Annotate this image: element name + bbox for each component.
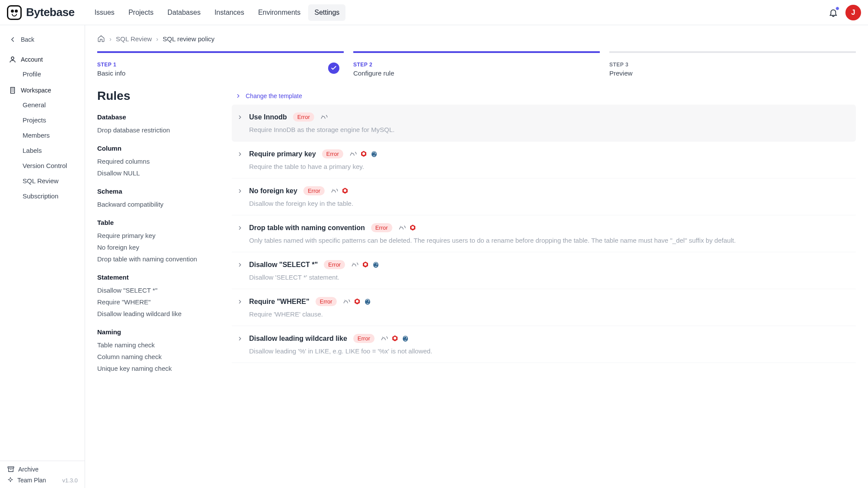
logo[interactable]: Bytebase: [7, 5, 75, 20]
avatar[interactable]: J: [845, 5, 861, 20]
sidebar-plan[interactable]: Team Plan: [7, 477, 46, 484]
crumb-sql-review[interactable]: SQL Review: [116, 35, 152, 43]
expand-rule[interactable]: [237, 151, 243, 157]
rule-level-badge: Error: [324, 260, 345, 269]
expand-rule[interactable]: [237, 299, 243, 305]
rule-item[interactable]: Require primary key Error Require the ta…: [232, 142, 856, 178]
rule-name: Require "WHERE": [249, 298, 309, 306]
rule-level-badge: Error: [322, 149, 343, 158]
rule-item[interactable]: Disallow leading wildcard like Error Dis…: [232, 326, 856, 363]
sidebar-item-labels[interactable]: Labels: [9, 143, 79, 158]
rule-item[interactable]: Disallow "SELECT *" Error Disallow 'SELE…: [232, 252, 856, 289]
step-todo[interactable]: STEP 3 Preview: [609, 51, 856, 77]
mysql-icon: [320, 113, 328, 121]
mysql-icon: [331, 187, 339, 195]
group-item[interactable]: Required columns: [97, 155, 214, 167]
group-item[interactable]: Drop table with naming convention: [97, 253, 214, 265]
rules-panel: Change the template Use Innodb Error Req…: [232, 89, 856, 374]
rule-item[interactable]: Use Innodb Error Require InnoDB as the s…: [232, 105, 856, 142]
crumb-current: SQL review policy: [163, 35, 215, 43]
sidebar-item-profile[interactable]: Profile: [9, 67, 79, 81]
rule-desc: Require 'WHERE' clause.: [249, 310, 847, 318]
sidebar-footer: Archive Team Plan v1.3.0: [0, 461, 85, 488]
rule-item[interactable]: Drop table with naming convention Error …: [232, 215, 856, 252]
rule-db-icons: [331, 187, 349, 195]
group-item[interactable]: No foreign key: [97, 241, 214, 253]
step-check-icon: [328, 63, 339, 74]
tidb-icon: [391, 335, 399, 343]
archive-icon: [7, 465, 15, 473]
sidebar-item-projects[interactable]: Projects: [9, 113, 79, 127]
sidebar-item-members[interactable]: Members: [9, 128, 79, 142]
sidebar-item-subscription[interactable]: Subscription: [9, 189, 79, 203]
rule-db-icons: [351, 261, 380, 269]
stepper: STEP 1 Basic info STEP 2 Configure rule …: [97, 51, 856, 77]
sidebar-section-workspace: Workspace: [9, 82, 79, 97]
topbar: Bytebase IssuesProjectsDatabasesInstance…: [0, 0, 868, 25]
rules-nav: Rules DatabaseDrop database restrictionC…: [97, 89, 214, 374]
group-item[interactable]: Backward compatibility: [97, 198, 214, 210]
mysql-icon: [349, 150, 357, 158]
expand-rule[interactable]: [237, 225, 243, 231]
rule-name: No foreign key: [249, 187, 297, 195]
rules-heading: Rules: [97, 89, 214, 103]
group-database: Database: [97, 113, 214, 121]
group-item[interactable]: Require primary key: [97, 230, 214, 241]
rule-desc: Disallow leading '%' in LIKE, e.g. LIKE …: [249, 347, 847, 355]
nav-environments[interactable]: Environments: [252, 4, 307, 21]
group-item[interactable]: Disallow NULL: [97, 167, 214, 179]
sidebar-item-version-control[interactable]: Version Control: [9, 158, 79, 173]
nav-databases[interactable]: Databases: [161, 4, 207, 21]
back-button[interactable]: Back: [9, 33, 79, 50]
nav-instances[interactable]: Instances: [208, 4, 250, 21]
group-table: Table: [97, 219, 214, 226]
expand-rule[interactable]: [237, 262, 243, 268]
group-item[interactable]: Table naming check: [97, 339, 214, 351]
sidebar-plan-row: Team Plan v1.3.0: [7, 477, 78, 484]
notification-bell[interactable]: [828, 7, 838, 18]
nav-projects[interactable]: Projects: [122, 4, 160, 21]
rule-level-badge: Error: [303, 186, 325, 195]
rule-desc: Require the table to have a primary key.: [249, 163, 847, 170]
group-item[interactable]: Column naming check: [97, 351, 214, 363]
rule-db-icons: [343, 298, 372, 306]
tidb-icon: [362, 261, 369, 269]
mysql-icon: [351, 261, 359, 269]
sidebar-item-general[interactable]: General: [9, 98, 79, 112]
tidb-icon: [409, 224, 417, 232]
rule-desc: Only tables named with specific patterns…: [249, 237, 847, 244]
rule-item[interactable]: No foreign key Error Disallow the foreig…: [232, 178, 856, 215]
rule-level-badge: Error: [353, 334, 375, 343]
sidebar-item-sql-review[interactable]: SQL Review: [9, 174, 79, 188]
sidebar-archive[interactable]: Archive: [7, 465, 78, 473]
step-current[interactable]: STEP 2 Configure rule: [353, 51, 600, 77]
main-nav: IssuesProjectsDatabasesInstancesEnvironm…: [89, 4, 346, 21]
nav-issues[interactable]: Issues: [89, 4, 121, 21]
rule-item[interactable]: Require "WHERE" Error Require 'WHERE' cl…: [232, 289, 856, 326]
nav-settings[interactable]: Settings: [308, 4, 345, 21]
tidb-icon: [341, 187, 349, 195]
tidb-icon: [353, 298, 361, 306]
rule-level-badge: Error: [316, 297, 337, 306]
group-item[interactable]: Drop database restriction: [97, 124, 214, 136]
sparkle-icon: [7, 477, 14, 484]
expand-rule[interactable]: [237, 114, 243, 120]
expand-rule[interactable]: [237, 188, 243, 194]
user-icon: [9, 56, 16, 63]
postgres-icon: [364, 298, 372, 306]
group-item[interactable]: Disallow leading wildcard like: [97, 308, 214, 320]
group-item[interactable]: Disallow "SELECT *": [97, 284, 214, 296]
group-item[interactable]: Unique key naming check: [97, 363, 214, 374]
sidebar: Back Account Profile Workspace General P…: [0, 25, 85, 488]
step-done[interactable]: STEP 1 Basic info: [97, 51, 344, 77]
group-item[interactable]: Require "WHERE": [97, 296, 214, 308]
group-naming: Naming: [97, 328, 214, 336]
chevron-left-icon: [9, 36, 16, 43]
change-template-link[interactable]: Change the template: [232, 89, 856, 105]
rule-desc: Disallow 'SELECT *' statement.: [249, 274, 847, 281]
home-icon[interactable]: [97, 35, 105, 43]
expand-rule[interactable]: [237, 336, 243, 342]
postgres-icon: [370, 150, 378, 158]
breadcrumb: › SQL Review › SQL review policy: [97, 25, 856, 49]
chevron-right-icon: [235, 93, 241, 99]
